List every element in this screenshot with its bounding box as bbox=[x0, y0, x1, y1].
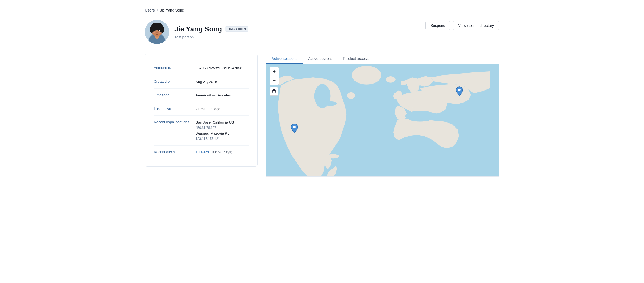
svg-point-13 bbox=[156, 32, 158, 33]
main-content: Account ID 557058:d2f2ffc3-8d0e-47fa-8..… bbox=[145, 54, 499, 177]
created-on-row: Created on Aug 21, 2015 bbox=[154, 75, 249, 89]
pin-sanjose-icon bbox=[291, 123, 298, 133]
suspend-button[interactable]: Suspend bbox=[425, 21, 450, 30]
avatar bbox=[145, 20, 169, 44]
svg-point-22 bbox=[405, 111, 435, 122]
pin-warsaw-icon bbox=[456, 86, 463, 96]
zoom-out-button[interactable]: − bbox=[270, 76, 279, 85]
svg-point-32 bbox=[293, 126, 296, 128]
login-ip-1: 456.81.76.127 bbox=[196, 125, 234, 130]
action-buttons: Suspend View user in directory bbox=[425, 20, 499, 30]
recent-login-label: Recent login locations bbox=[154, 119, 191, 142]
alerts-link[interactable]: 13 alerts bbox=[196, 150, 210, 154]
zoom-in-button[interactable]: + bbox=[270, 67, 279, 76]
svg-point-25 bbox=[314, 84, 331, 108]
map-controls: + − bbox=[270, 67, 279, 96]
recent-alerts-value: 13 alerts (last 90 days) bbox=[196, 149, 232, 155]
svg-point-14 bbox=[152, 32, 155, 33]
locate-icon bbox=[272, 89, 276, 94]
svg-point-18 bbox=[386, 76, 396, 83]
user-details: Jie Yang Song ORG ADMIN Test person bbox=[174, 25, 248, 39]
last-active-value: 21 minutes ago bbox=[196, 106, 220, 112]
login-ip-2: 123.115.155.121 bbox=[196, 136, 234, 142]
svg-point-15 bbox=[159, 32, 162, 33]
page-container: Users / Jie Yang Song bbox=[134, 0, 510, 185]
svg-point-19 bbox=[327, 154, 339, 158]
svg-point-9 bbox=[154, 30, 156, 31]
created-on-value: Aug 21, 2015 bbox=[196, 79, 217, 85]
view-directory-button[interactable]: View user in directory bbox=[453, 21, 499, 30]
map-pin-warsaw bbox=[456, 86, 463, 97]
svg-point-12 bbox=[159, 30, 160, 31]
svg-point-23 bbox=[347, 92, 355, 99]
header-section: Jie Yang Song ORG ADMIN Test person Susp… bbox=[145, 20, 499, 44]
tab-active-sessions[interactable]: Active sessions bbox=[266, 54, 303, 64]
login-location-2: Warsaw, Mazovia PL bbox=[196, 130, 234, 136]
right-panel: Active sessions Active devices Product a… bbox=[266, 54, 499, 177]
user-name-row: Jie Yang Song ORG ADMIN bbox=[174, 25, 248, 33]
account-id-value: 557058:d2f2ffc3-8d0e-47fa-8... bbox=[196, 65, 245, 71]
user-info: Jie Yang Song ORG ADMIN Test person bbox=[145, 20, 248, 44]
svg-point-10 bbox=[158, 30, 160, 31]
recent-login-row: Recent login locations San Jose, Califor… bbox=[154, 116, 249, 146]
map-pin-sanjose bbox=[291, 123, 298, 134]
alerts-suffix: (last 90 days) bbox=[210, 150, 232, 154]
svg-point-21 bbox=[393, 93, 398, 99]
breadcrumb-current: Jie Yang Song bbox=[160, 8, 184, 12]
user-subtitle: Test person bbox=[174, 35, 248, 39]
tab-active-devices[interactable]: Active devices bbox=[303, 54, 337, 64]
tab-product-access[interactable]: Product access bbox=[338, 54, 374, 64]
last-active-row: Last active 21 minutes ago bbox=[154, 102, 249, 116]
org-admin-badge: ORG ADMIN bbox=[225, 26, 248, 32]
last-active-label: Last active bbox=[154, 106, 191, 112]
svg-point-8 bbox=[152, 25, 162, 30]
account-id-label: Account ID bbox=[154, 65, 191, 71]
timezone-value: America/Los_Angeles bbox=[196, 92, 231, 98]
breadcrumb-users-link[interactable]: Users bbox=[145, 8, 155, 12]
timezone-row: Timezone America/Los_Angeles bbox=[154, 89, 249, 102]
svg-point-17 bbox=[352, 66, 381, 85]
recent-alerts-row: Recent alerts 13 alerts (last 90 days) bbox=[154, 146, 249, 159]
tabs: Active sessions Active devices Product a… bbox=[266, 54, 499, 64]
svg-point-11 bbox=[155, 30, 156, 31]
svg-point-26 bbox=[273, 90, 275, 92]
map-svg bbox=[266, 64, 499, 176]
user-name: Jie Yang Song bbox=[174, 25, 222, 33]
svg-point-33 bbox=[458, 89, 461, 91]
account-id-row: Account ID 557058:d2f2ffc3-8d0e-47fa-8..… bbox=[154, 61, 249, 75]
created-on-label: Created on bbox=[154, 79, 191, 85]
login-location-1: San Jose, California US bbox=[196, 119, 234, 125]
breadcrumb-separator: / bbox=[157, 8, 158, 12]
info-card: Account ID 557058:d2f2ffc3-8d0e-47fa-8..… bbox=[145, 54, 258, 167]
map-container: + − bbox=[266, 64, 499, 177]
locate-button[interactable] bbox=[270, 87, 278, 96]
recent-alerts-label: Recent alerts bbox=[154, 149, 191, 155]
recent-login-value: San Jose, California US 456.81.76.127 Wa… bbox=[196, 119, 234, 142]
timezone-label: Timezone bbox=[154, 92, 191, 98]
breadcrumb: Users / Jie Yang Song bbox=[145, 8, 499, 12]
